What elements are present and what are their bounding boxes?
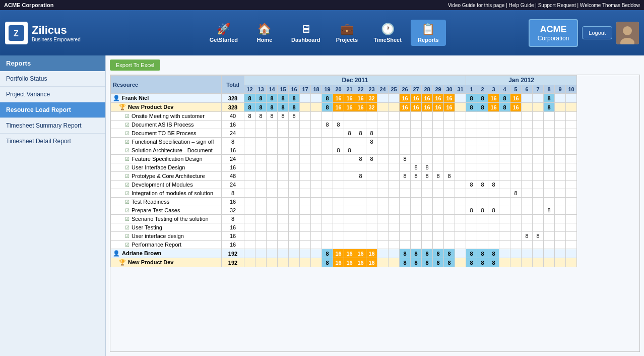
cell-day-21 <box>477 215 488 223</box>
cell-day-21 <box>477 155 488 163</box>
cell-day-7 <box>322 138 333 146</box>
cell-day-28 <box>555 198 566 206</box>
cell-day-13 <box>389 189 400 198</box>
nav-item-dashboard[interactable]: 🖥 Dashboard <box>285 20 326 46</box>
cell-day-22: 16 <box>488 103 499 112</box>
cell-total: 16 <box>222 146 244 155</box>
cell-day-6 <box>311 198 322 206</box>
cell-day-0 <box>244 146 255 155</box>
cell-day-7: 8 <box>322 94 333 103</box>
cell-day-10: 16 <box>355 103 366 112</box>
col-day-jan-5: 5 <box>510 85 522 94</box>
cell-day-5 <box>300 223 311 232</box>
cell-day-18 <box>444 223 455 232</box>
cell-day-9 <box>344 232 355 241</box>
cell-day-15: 16 <box>411 103 422 112</box>
cell-day-23 <box>499 112 510 121</box>
logout-button[interactable]: Logout <box>582 26 612 39</box>
cell-day-21: 8 <box>477 249 488 258</box>
cell-day-29 <box>566 146 577 155</box>
cell-resource-name: ☑User Testing <box>111 223 222 232</box>
cell-day-25 <box>522 129 533 138</box>
task-checkbox-icon: ☑ <box>113 165 130 170</box>
cell-resource-name: ☑User Interface Design <box>111 163 222 172</box>
cell-day-21: 8 <box>477 103 488 112</box>
nav-item-projects[interactable]: 💼 Projects <box>329 20 364 46</box>
cell-day-20: 8 <box>466 181 477 189</box>
top-bar: ACME Corporation Video Guide for this pa… <box>0 0 644 10</box>
cell-day-15 <box>411 129 422 138</box>
sidebar-item-portfolio-status[interactable]: Portfolio Status <box>0 71 105 87</box>
cell-day-0 <box>244 249 255 258</box>
nav: 🚀 GetStarted🏠 Home🖥 Dashboard💼 Projects🕐… <box>121 20 529 46</box>
cell-day-8: 16 <box>333 94 344 103</box>
cell-day-7 <box>322 155 333 163</box>
cell-day-1 <box>255 163 267 172</box>
export-button[interactable]: Export To Excel <box>110 60 160 71</box>
cell-day-12 <box>377 146 389 155</box>
cell-day-20 <box>466 121 477 129</box>
nav-icon: 🏠 <box>257 23 271 36</box>
sidebar-item-timesheet-detail-report[interactable]: Timesheet Detail Report <box>0 134 105 149</box>
cell-day-6 <box>311 172 322 181</box>
sidebar-item-project-variance[interactable]: Project Variance <box>0 87 105 102</box>
nav-item-reports[interactable]: 📋 Reports <box>411 20 446 46</box>
cell-day-26 <box>533 138 544 146</box>
cell-day-19 <box>455 241 466 249</box>
cell-day-25 <box>522 155 533 163</box>
nav-item-getstarted[interactable]: 🚀 GetStarted <box>204 20 244 46</box>
cell-day-10: 16 <box>355 94 366 103</box>
cell-day-14 <box>400 146 411 155</box>
table-row: ☑Solution Architecture - Document1688 <box>111 146 577 155</box>
cell-day-18 <box>444 198 455 206</box>
cell-day-27 <box>544 146 555 155</box>
cell-resource-name: 👤Frank Niel <box>111 94 222 103</box>
cell-day-27 <box>544 223 555 232</box>
cell-day-1 <box>255 215 267 223</box>
cell-day-22 <box>488 112 499 121</box>
cell-day-23 <box>499 146 510 155</box>
cell-day-15 <box>411 215 422 223</box>
cell-day-7: 8 <box>322 258 333 267</box>
cell-day-2 <box>267 258 278 267</box>
cell-day-24 <box>510 121 522 129</box>
cell-day-26 <box>533 129 544 138</box>
col-header-resource: Resource <box>111 76 222 94</box>
cell-day-1 <box>255 232 267 241</box>
cell-day-21: 8 <box>477 181 488 189</box>
cell-day-28 <box>555 172 566 181</box>
cell-day-23 <box>499 258 510 267</box>
cell-day-4: 8 <box>289 112 300 121</box>
cell-day-4 <box>289 146 300 155</box>
cell-day-24 <box>510 172 522 181</box>
cell-day-13 <box>389 223 400 232</box>
cell-day-7 <box>322 112 333 121</box>
cell-day-0 <box>244 172 255 181</box>
cell-day-9: 8 <box>344 146 355 155</box>
cell-day-23 <box>499 163 510 172</box>
cell-day-11 <box>366 198 377 206</box>
cell-day-3 <box>278 215 289 223</box>
table-container[interactable]: ResourceTotalDec 2011Jan 201212131415161… <box>110 75 640 352</box>
cell-day-14 <box>400 163 411 172</box>
cell-day-2 <box>267 181 278 189</box>
cell-day-5 <box>300 232 311 241</box>
sidebar-item-timesheet-summary-report[interactable]: Timesheet Summary Report <box>0 118 105 134</box>
nav-item-home[interactable]: 🏠 Home <box>247 20 282 46</box>
cell-day-18 <box>444 163 455 172</box>
cell-day-27 <box>544 189 555 198</box>
cell-day-3: 8 <box>278 94 289 103</box>
sidebar-item-resource-load-report[interactable]: Resource Load Report <box>0 102 105 118</box>
nav-item-timesheet[interactable]: 🕐 TimeSheet <box>367 20 407 46</box>
sidebar: Reports Portfolio StatusProject Variance… <box>0 55 106 356</box>
task-checkbox-icon: ☑ <box>113 242 130 248</box>
cell-day-19 <box>455 172 466 181</box>
table-row: ☑Onsite Meeting with customer4088888 <box>111 112 577 121</box>
cell-day-23: 8 <box>499 94 510 103</box>
cell-day-12 <box>377 241 389 249</box>
cell-day-19 <box>455 223 466 232</box>
cell-day-11: 32 <box>366 103 377 112</box>
cell-day-10: 8 <box>355 155 366 163</box>
nav-label: TimeSheet <box>373 37 401 43</box>
cell-day-1 <box>255 249 267 258</box>
